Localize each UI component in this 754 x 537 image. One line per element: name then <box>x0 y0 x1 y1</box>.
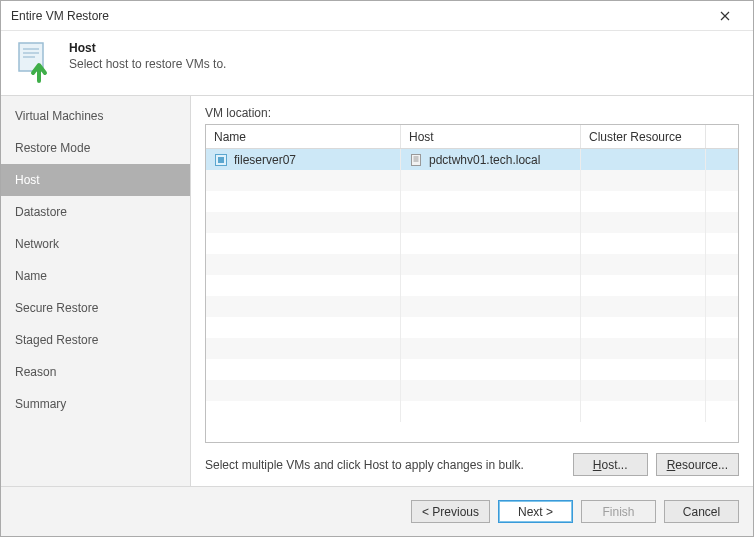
wizard-steps-sidebar: Virtual Machines Restore Mode Host Datas… <box>1 96 191 486</box>
sidebar-item-reason[interactable]: Reason <box>1 356 190 388</box>
cell-vm-name-text: fileserver07 <box>234 153 296 167</box>
table-row-empty <box>206 401 738 422</box>
next-button-label: Next > <box>518 505 553 519</box>
sidebar-item-name[interactable]: Name <box>1 260 190 292</box>
cell-vm-name: fileserver07 <box>206 149 401 170</box>
sidebar-item-staged-restore[interactable]: Staged Restore <box>1 324 190 356</box>
table-row-empty <box>206 170 738 191</box>
close-icon <box>720 11 730 21</box>
table-row-empty <box>206 317 738 338</box>
sidebar-item-label: Name <box>15 269 47 283</box>
sidebar-item-host[interactable]: Host <box>1 164 190 196</box>
sidebar-item-virtual-machines[interactable]: Virtual Machines <box>1 100 190 132</box>
sidebar-item-label: Restore Mode <box>15 141 90 155</box>
column-header-host[interactable]: Host <box>401 125 581 148</box>
sidebar-item-datastore[interactable]: Datastore <box>1 196 190 228</box>
wizard-footer: < Previous Next > Finish Cancel <box>1 486 753 536</box>
previous-button[interactable]: < Previous <box>411 500 490 523</box>
sidebar-item-label: Summary <box>15 397 66 411</box>
column-header-spacer <box>706 125 738 148</box>
sidebar-item-label: Host <box>15 173 40 187</box>
hint-row: Select multiple VMs and click Host to ap… <box>205 453 739 476</box>
page-subtitle: Select host to restore VMs to. <box>69 57 226 71</box>
sidebar-item-label: Virtual Machines <box>15 109 104 123</box>
next-button[interactable]: Next > <box>498 500 573 523</box>
sidebar-item-label: Datastore <box>15 205 67 219</box>
vm-location-label: VM location: <box>205 106 739 120</box>
table-row[interactable]: fileserver07 pdctwhv01.tech.local <box>206 149 738 170</box>
column-header-name[interactable]: Name <box>206 125 401 148</box>
page-title: Host <box>69 41 226 55</box>
host-icon <box>409 153 423 167</box>
table-row-empty <box>206 359 738 380</box>
window-title: Entire VM Restore <box>11 9 705 23</box>
cell-spacer <box>706 149 738 170</box>
finish-button-label: Finish <box>602 505 634 519</box>
column-header-cluster[interactable]: Cluster Resource <box>581 125 706 148</box>
sidebar-item-secure-restore[interactable]: Secure Restore <box>1 292 190 324</box>
finish-button: Finish <box>581 500 656 523</box>
sidebar-item-label: Secure Restore <box>15 301 98 315</box>
svg-rect-5 <box>218 157 224 163</box>
window-close-button[interactable] <box>705 2 745 30</box>
cell-host-text: pdctwhv01.tech.local <box>429 153 540 167</box>
cancel-button-label: Cancel <box>683 505 720 519</box>
restore-host-icon <box>15 41 55 81</box>
table-row-empty <box>206 254 738 275</box>
hint-text: Select multiple VMs and click Host to ap… <box>205 458 565 472</box>
host-button[interactable]: Host... <box>573 453 648 476</box>
table-row-empty <box>206 233 738 254</box>
cancel-button[interactable]: Cancel <box>664 500 739 523</box>
sidebar-item-network[interactable]: Network <box>1 228 190 260</box>
sidebar-item-label: Network <box>15 237 59 251</box>
sidebar-item-restore-mode[interactable]: Restore Mode <box>1 132 190 164</box>
main-panel: VM location: Name Host Cluster Resource … <box>191 96 753 486</box>
sidebar-item-label: Reason <box>15 365 56 379</box>
table-row-empty <box>206 191 738 212</box>
vm-location-table: Name Host Cluster Resource fileserver07 … <box>205 124 739 443</box>
resource-button[interactable]: Resource... <box>656 453 739 476</box>
wizard-header: Host Select host to restore VMs to. <box>1 31 753 96</box>
table-row-empty <box>206 275 738 296</box>
cell-cluster <box>581 149 706 170</box>
table-row-empty <box>206 296 738 317</box>
table-row-empty <box>206 380 738 401</box>
sidebar-item-label: Staged Restore <box>15 333 98 347</box>
svg-rect-6 <box>412 154 421 165</box>
table-header-row: Name Host Cluster Resource <box>206 125 738 149</box>
previous-button-label: < Previous <box>422 505 479 519</box>
table-row-empty <box>206 338 738 359</box>
vm-icon <box>214 153 228 167</box>
titlebar: Entire VM Restore <box>1 1 753 31</box>
sidebar-item-summary[interactable]: Summary <box>1 388 190 420</box>
wizard-body: Virtual Machines Restore Mode Host Datas… <box>1 96 753 486</box>
cell-host: pdctwhv01.tech.local <box>401 149 581 170</box>
table-row-empty <box>206 212 738 233</box>
table-body: fileserver07 pdctwhv01.tech.local <box>206 149 738 442</box>
